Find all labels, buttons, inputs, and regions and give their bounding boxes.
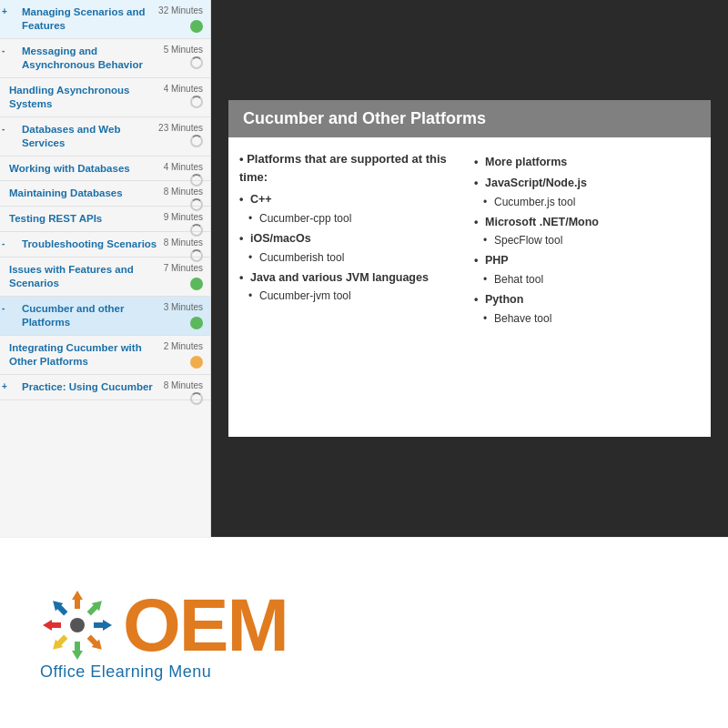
sidebar-item-meta: 8 Minutes — [164, 380, 203, 405]
sidebar-item-meta: 4 Minutes — [164, 84, 203, 108]
expand-icon: + — [2, 381, 7, 391]
sidebar-item-troubleshooting[interactable]: - Troubleshooting Scenarios 8 Minutes — [0, 232, 210, 258]
slide-item: Behat tool — [474, 271, 700, 288]
duration-label: 3 Minutes — [164, 302, 203, 312]
slide-item: Microsoft .NET/Mono — [474, 214, 700, 231]
svg-marker-7 — [49, 597, 70, 618]
top-section: + Managing Scenarios and Features 32 Min… — [0, 0, 728, 537]
expand-icon: - — [2, 238, 5, 248]
sidebar-item-working-db[interactable]: Working with Databases 4 Minutes — [0, 157, 210, 182]
sidebar-item-messaging-async[interactable]: - Messaging and Asynchronous Behavior 5 … — [0, 39, 210, 78]
svg-marker-6 — [43, 620, 61, 631]
duration-label: 4 Minutes — [164, 162, 203, 172]
expand-icon: - — [2, 124, 5, 134]
logo-top: OEM — [36, 584, 288, 666]
sidebar-item-meta: 2 Minutes — [164, 341, 203, 369]
slide-item: JavaScript/Node.js — [474, 175, 700, 192]
duration-label: 23 Minutes — [158, 123, 203, 133]
slide-item: Cucumber-jvm tool — [239, 288, 465, 304]
sidebar-item-managing-scenarios[interactable]: + Managing Scenarios and Features 32 Min… — [0, 0, 210, 39]
logo-oem-text: OEM — [123, 588, 288, 662]
main-content: Cucumber and Other Platforms • Platforms… — [211, 0, 728, 537]
slide-item: More platforms — [474, 154, 700, 171]
logo-icon — [36, 584, 118, 666]
slide-title: Cucumber and Other Platforms — [228, 100, 711, 137]
bottom-section: OEM Office Elearning Menu — [0, 537, 728, 728]
duration-label: 8 Minutes — [164, 380, 203, 390]
duration-label: 32 Minutes — [158, 5, 203, 15]
sidebar-item-maintaining-db[interactable]: Maintaining Databases 8 Minutes — [0, 181, 210, 207]
expand-icon: - — [2, 303, 5, 313]
duration-label: 7 Minutes — [164, 263, 203, 273]
svg-marker-1 — [85, 597, 106, 618]
slide: Cucumber and Other Platforms • Platforms… — [228, 100, 711, 437]
svg-marker-3 — [85, 632, 106, 653]
svg-marker-0 — [72, 591, 83, 609]
sidebar-item-handling-async[interactable]: Handling Asynchronous Systems 4 Minutes — [0, 78, 210, 117]
slide-item: iOS/macOs — [239, 230, 465, 248]
slide-col-left: • Platforms that are supported at this t… — [239, 150, 465, 424]
slide-col1-intro: • Platforms that are supported at this t… — [239, 150, 465, 186]
duration-label: 8 Minutes — [164, 238, 203, 248]
duration-label: 8 Minutes — [164, 187, 203, 197]
duration-label: 4 Minutes — [164, 84, 203, 94]
duration-label: 9 Minutes — [164, 212, 203, 222]
sidebar-item-cucumber-other[interactable]: - Cucumber and other Platforms 3 Minutes — [0, 297, 210, 336]
svg-marker-2 — [94, 620, 112, 631]
slide-item: Java and various JVM languages — [239, 269, 465, 287]
slide-col-right: More platformsJavaScript/Node.jsCucumber… — [474, 150, 700, 424]
slide-item: C++ — [239, 191, 465, 208]
slide-item: Cucumberish tool — [239, 249, 465, 266]
sidebar-item-meta: 32 Minutes — [158, 5, 203, 33]
expand-icon: + — [2, 6, 7, 16]
sidebar-item-meta: 7 Minutes — [164, 263, 203, 290]
logo-area: OEM Office Elearning Menu — [36, 584, 288, 682]
sidebar: + Managing Scenarios and Features 32 Min… — [0, 0, 211, 537]
slide-item: Cucumber-cpp tool — [239, 210, 465, 227]
sidebar-item-issues-features[interactable]: Issues with Features and Scenarios 7 Min… — [0, 258, 210, 297]
sidebar-item-meta: 3 Minutes — [164, 302, 203, 329]
duration-label: 5 Minutes — [164, 45, 203, 55]
slide-item: SpecFlow tool — [474, 232, 700, 248]
svg-point-8 — [70, 618, 85, 632]
expand-icon: - — [2, 46, 5, 56]
sidebar-item-practice-using[interactable]: + Practice: Using Cucumber 8 Minutes — [0, 375, 210, 400]
sidebar-item-integrating-cucumber[interactable]: Integrating Cucumber with Other Platform… — [0, 336, 210, 375]
sidebar-item-meta: 5 Minutes — [164, 45, 203, 69]
slide-body: • Platforms that are supported at this t… — [228, 137, 711, 437]
svg-marker-5 — [49, 632, 70, 653]
duration-label: 2 Minutes — [164, 341, 203, 351]
slide-item: Behave tool — [474, 310, 700, 327]
sidebar-item-testing-rest[interactable]: Testing REST APIs 9 Minutes — [0, 207, 210, 232]
svg-marker-4 — [72, 642, 83, 660]
slide-item: PHP — [474, 252, 700, 269]
slide-item: Python — [474, 291, 700, 308]
sidebar-item-databases-web[interactable]: - Databases and Web Services 23 Minutes — [0, 117, 210, 157]
slide-item: Cucumber.js tool — [474, 194, 700, 210]
slide-area: Cucumber and Other Platforms • Platforms… — [211, 0, 728, 537]
sidebar-item-meta: 23 Minutes — [158, 123, 203, 147]
